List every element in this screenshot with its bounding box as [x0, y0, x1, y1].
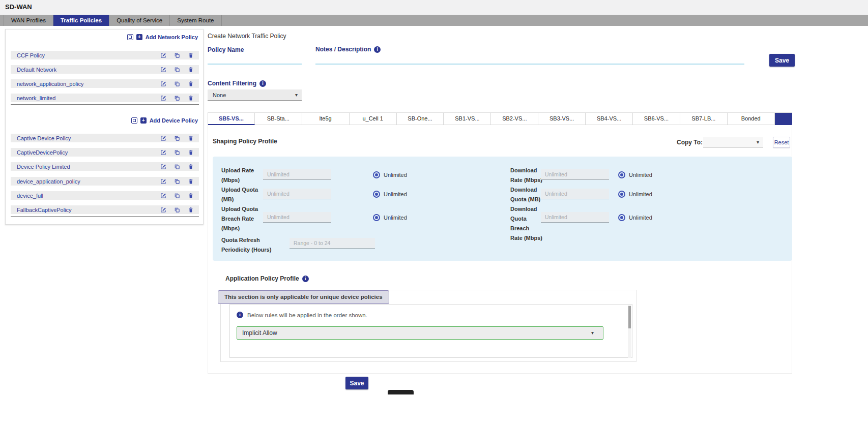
edit-icon[interactable] [160, 135, 166, 141]
tab-overflow-button[interactable] [775, 113, 792, 125]
device-policy-row[interactable]: Captive Device Policy [11, 134, 199, 142]
notes-input[interactable] [315, 52, 744, 65]
edit-icon[interactable] [160, 193, 166, 199]
delete-icon[interactable] [188, 207, 194, 213]
unlimited-radio[interactable] [618, 214, 625, 221]
unlimited-radio[interactable] [373, 214, 380, 221]
add-network-policy-label: Add Network Policy [146, 34, 198, 40]
edit-icon[interactable] [160, 52, 166, 58]
scrollbar-thumb[interactable] [628, 306, 631, 328]
delete-icon[interactable] [188, 193, 194, 199]
copy-icon[interactable] [174, 178, 180, 185]
copy-to-select[interactable]: ▾ [703, 137, 763, 147]
edit-icon[interactable] [160, 95, 166, 101]
network-policy-row[interactable]: network_limited [11, 94, 199, 102]
copy-icon[interactable] [174, 81, 180, 87]
copy-icon[interactable] [174, 95, 180, 101]
interface-tab[interactable]: SB-Sta... [255, 113, 302, 125]
delete-icon[interactable] [188, 95, 194, 101]
row-actions [160, 67, 194, 73]
unlimited-radio[interactable] [373, 171, 380, 178]
delete-icon[interactable] [188, 81, 194, 87]
copy-icon[interactable] [174, 207, 180, 213]
delete-icon[interactable] [188, 135, 194, 141]
upload-quota-input[interactable] [263, 189, 331, 199]
unlimited-radio[interactable] [373, 191, 380, 198]
upload-quota-breach-input[interactable] [263, 212, 331, 223]
clone-policy-icon[interactable] [131, 117, 137, 124]
upload-rate-input[interactable] [263, 169, 331, 180]
interface-tab[interactable]: u_Cell 1 [350, 113, 397, 125]
unlimited-radio[interactable] [618, 171, 625, 178]
interface-tab[interactable]: Bonded [728, 113, 775, 125]
network-policy-row[interactable]: Default Network [11, 65, 199, 74]
copy-icon[interactable] [174, 149, 180, 156]
save-button-bottom[interactable]: Save [345, 377, 368, 389]
content-filtering-label: Content Filtering [208, 80, 256, 87]
edit-icon[interactable] [160, 164, 166, 170]
row-actions [160, 52, 194, 58]
download-quota-input[interactable] [541, 189, 609, 199]
tab-quality-of-service[interactable]: Quality of Service [109, 15, 170, 26]
tab-system-route[interactable]: System Route [170, 15, 221, 26]
device-policy-row[interactable]: device_full [11, 191, 199, 200]
info-icon[interactable] [259, 80, 266, 87]
delete-icon[interactable] [188, 178, 194, 185]
device-policy-row[interactable]: device_application_policy [11, 177, 199, 186]
network-policy-row[interactable]: network_application_policy [11, 79, 199, 88]
edit-icon[interactable] [160, 207, 166, 213]
info-icon[interactable] [302, 276, 309, 282]
interface-tab[interactable]: SB4-VS... [586, 113, 633, 125]
radio-label: Unlimited [384, 171, 407, 179]
delete-icon[interactable] [188, 149, 194, 156]
add-device-policy-button[interactable]: Add Device Policy [131, 117, 198, 124]
download-rate-input[interactable] [541, 169, 609, 180]
content-filtering-select[interactable]: None ▾ [208, 89, 302, 101]
interface-tab[interactable]: SB2-VS... [491, 113, 538, 125]
edit-icon[interactable] [160, 81, 166, 87]
add-icon[interactable] [136, 34, 142, 40]
interface-tab[interactable]: SB1-VS... [444, 113, 491, 125]
quota-refresh-input[interactable] [290, 238, 375, 249]
network-policy-row[interactable]: CCF Policy [11, 51, 199, 59]
rule-select[interactable]: Implicit Allow ▾ [237, 326, 603, 340]
clone-policy-icon[interactable] [127, 34, 133, 40]
copy-icon[interactable] [174, 193, 180, 199]
download-quota-breach-input[interactable] [541, 212, 609, 223]
device-policy-row[interactable]: CaptiveDevicePolicy [11, 148, 199, 157]
policy-name-input[interactable] [208, 52, 302, 65]
copy-icon[interactable] [174, 164, 180, 170]
interface-tab[interactable]: SB6-VS... [633, 113, 680, 125]
row-actions [160, 178, 194, 185]
interface-tab[interactable]: lte5g [302, 113, 350, 125]
edit-icon[interactable] [160, 67, 166, 73]
interface-tab[interactable]: SB3-VS... [538, 113, 586, 125]
reset-button[interactable]: Reset [773, 137, 790, 148]
rule-value: Implicit Allow [242, 329, 277, 337]
copy-icon[interactable] [174, 52, 180, 58]
interface-tab[interactable]: SB-One... [397, 113, 444, 125]
tab-wan-profiles[interactable]: WAN Profiles [4, 15, 53, 26]
info-icon[interactable] [374, 46, 381, 53]
edit-icon[interactable] [160, 178, 166, 185]
edit-icon[interactable] [160, 149, 166, 156]
unlimited-radio[interactable] [618, 191, 625, 198]
interface-tab[interactable]: SB7-LB... [680, 113, 728, 125]
policy-name-label: Default Network [17, 67, 56, 73]
delete-icon[interactable] [188, 67, 194, 73]
copy-icon[interactable] [174, 135, 180, 141]
add-icon[interactable] [140, 117, 147, 124]
device-policy-row[interactable]: FallbackCaptivePolicy [11, 205, 199, 214]
device-policy-row[interactable]: Device Policy Limited [11, 162, 199, 171]
save-button[interactable]: Save [769, 54, 795, 67]
row-actions [160, 149, 194, 156]
delete-icon[interactable] [188, 52, 194, 58]
delete-icon[interactable] [188, 164, 194, 170]
add-network-policy-button[interactable]: Add Network Policy [127, 34, 198, 40]
scrollbar-track[interactable] [628, 305, 631, 358]
interface-tab[interactable]: SB5-VS... [208, 113, 255, 125]
copy-icon[interactable] [174, 67, 180, 73]
tab-traffic-policies[interactable]: Traffic Policies [53, 15, 109, 26]
row-actions [160, 164, 194, 170]
top-tab-bar: WAN Profiles Traffic Policies Quality of… [0, 15, 868, 26]
